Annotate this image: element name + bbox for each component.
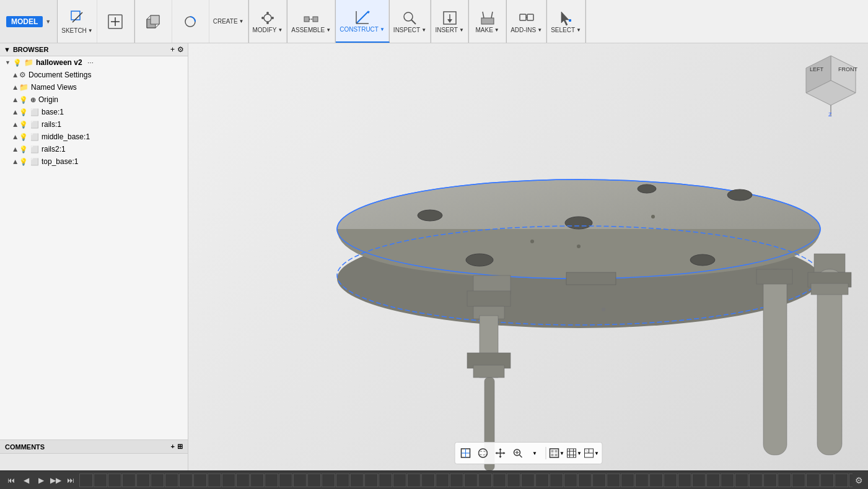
zoom-dropdown-btn[interactable]: ▼ [527, 445, 543, 461]
timeline-frame[interactable] [621, 474, 634, 487]
timeline-frame[interactable] [706, 474, 720, 487]
timeline-frame[interactable] [208, 474, 221, 487]
select-menu[interactable]: SELECT ▼ [547, 0, 585, 43]
tree-origin[interactable]: ▶ 💡 ⊕ Origin [0, 93, 188, 106]
comments-expand-icon[interactable]: ⊞ [177, 443, 183, 451]
timeline-frame[interactable] [721, 474, 734, 487]
timeline-frame[interactable] [293, 474, 307, 487]
timeline-frame[interactable] [607, 474, 620, 487]
create-menu[interactable]: CREATE ▼ [209, 0, 248, 43]
grid-btn[interactable]: ▼ [566, 445, 582, 461]
tree-middle-base1[interactable]: ▶ 💡 ⬜ middle_base:1 [0, 131, 188, 143]
timeline-frame[interactable] [364, 474, 378, 487]
timeline-frame[interactable] [835, 474, 848, 487]
comments-add-icon[interactable]: + [171, 443, 175, 451]
timeline-frame[interactable] [806, 474, 820, 487]
timeline-frame[interactable] [350, 474, 364, 487]
timeline-frame[interactable] [521, 474, 535, 487]
timeline-last-btn[interactable]: ⏭ [64, 474, 77, 487]
timeline-frame[interactable] [792, 474, 805, 487]
timeline-frame[interactable] [849, 474, 853, 487]
timeline-frame[interactable] [108, 474, 121, 487]
tree-named-views[interactable]: ▶ 📁 Named Views [0, 81, 188, 93]
addins-menu[interactable]: ADD-INS ▼ [507, 0, 546, 43]
timeline-frame[interactable] [820, 474, 834, 487]
timeline-frame[interactable] [322, 474, 335, 487]
timeline-play-btn[interactable]: ▶ [35, 474, 47, 487]
make-menu[interactable]: MAKE ▼ [469, 0, 506, 43]
construct-menu[interactable]: CONSTRUCT ▼ [336, 0, 389, 41]
timeline-next-btn[interactable]: ▶▶ [50, 474, 62, 487]
timeline-frame[interactable] [550, 474, 563, 487]
pan-btn[interactable] [492, 445, 508, 461]
timeline-frame[interactable] [250, 474, 264, 487]
display-mode-btn[interactable]: ▼ [548, 445, 564, 461]
browser-settings-icon[interactable]: ⚙ [177, 45, 184, 54]
create-extrude[interactable] [135, 0, 172, 43]
timeline-frame[interactable] [507, 474, 520, 487]
timeline-frame[interactable] [778, 474, 791, 487]
timeline-prev-btn[interactable]: ◀ [20, 474, 32, 487]
timeline-frame[interactable] [464, 474, 478, 487]
orbit-btn[interactable] [475, 445, 491, 461]
tree-rails2-1[interactable]: ▶ 💡 ⬜ rails2:1 [0, 143, 188, 155]
timeline-frame[interactable] [692, 474, 706, 487]
insert-menu[interactable]: INSERT ▼ [431, 0, 468, 43]
timeline-frame[interactable] [222, 474, 235, 487]
tree-doc-settings[interactable]: ▶ ⚙ Document Settings [0, 69, 188, 81]
timeline-frame[interactable] [379, 474, 392, 487]
svg-rect-0 [71, 11, 80, 20]
tree-top-base1[interactable]: ▶ 💡 ⬜ top_base:1 [0, 155, 188, 168]
inspect-menu[interactable]: INSPECT ▼ [390, 0, 431, 43]
model-menu[interactable]: MODEL ▼ [0, 0, 58, 43]
timeline-frame[interactable] [664, 474, 677, 487]
timeline-frame[interactable] [336, 474, 349, 487]
collapse-all-icon[interactable]: ▼ [4, 46, 11, 53]
create-sketch-btn[interactable] [97, 0, 134, 43]
tree-base1[interactable]: ▶ 💡 ⬜ base:1 [0, 106, 188, 118]
timeline-frame[interactable] [635, 474, 649, 487]
timeline-frame[interactable] [749, 474, 763, 487]
sketch-new[interactable]: SKETCH ▼ [58, 0, 97, 43]
project-root[interactable]: ▼ 💡 📁 halloween v2 ⋯ [0, 56, 188, 69]
timeline-frame[interactable] [79, 474, 93, 487]
timeline-frame[interactable] [279, 474, 292, 487]
timeline-frame[interactable] [307, 474, 321, 487]
timeline-frame[interactable] [122, 474, 136, 487]
timeline-frame[interactable] [592, 474, 606, 487]
timeline-frame[interactable] [236, 474, 250, 487]
timeline-frame[interactable] [193, 474, 207, 487]
timeline-frame[interactable] [436, 474, 449, 487]
timeline-frame[interactable] [763, 474, 777, 487]
fit-to-screen-btn[interactable] [457, 445, 473, 461]
timeline-frame[interactable] [735, 474, 748, 487]
modify-menu[interactable]: MODIFY ▼ [249, 0, 287, 43]
timeline-frame[interactable] [535, 474, 549, 487]
timeline-frame[interactable] [564, 474, 577, 487]
timeline-frame[interactable] [393, 474, 406, 487]
zoom-btn[interactable] [509, 445, 525, 461]
timeline-frame[interactable] [407, 474, 421, 487]
timeline-frame[interactable] [649, 474, 663, 487]
timeline-frame[interactable] [421, 474, 435, 487]
assemble-menu[interactable]: ASSEMBLE ▼ [287, 0, 335, 43]
timeline-frame[interactable] [450, 474, 463, 487]
create-revolve[interactable] [172, 0, 209, 43]
timeline-frame[interactable] [265, 474, 278, 487]
timeline-frame[interactable] [94, 474, 107, 487]
timeline-settings-btn[interactable]: ⚙ [855, 475, 863, 485]
browser-expand-icon[interactable]: + [170, 45, 175, 54]
timeline-frame[interactable] [151, 474, 164, 487]
tree-rails1[interactable]: ▶ 💡 ⬜ rails:1 [0, 118, 188, 131]
timeline-frame[interactable] [179, 474, 193, 487]
timeline-frame[interactable] [478, 474, 492, 487]
viewport[interactable]: FRONT LEFT Z [188, 43, 868, 470]
timeline-frame[interactable] [165, 474, 178, 487]
timeline-frame[interactable] [578, 474, 592, 487]
timeline-frame[interactable] [493, 474, 506, 487]
timeline-frame[interactable] [678, 474, 691, 487]
view-cube[interactable]: FRONT LEFT Z [800, 50, 862, 118]
environment-btn[interactable]: ▼ [583, 445, 599, 461]
timeline-first-btn[interactable]: ⏮ [5, 474, 17, 487]
timeline-frame[interactable] [136, 474, 150, 487]
